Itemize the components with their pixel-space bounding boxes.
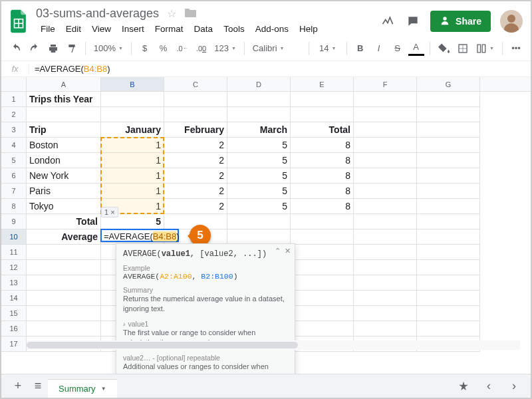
menu-view[interactable]: View [87,22,116,36]
paint-format-icon[interactable] [64,40,80,57]
explore-icon[interactable] [454,377,473,396]
help-signature: AVERAGE(value1, [value2, ...]) [123,249,288,259]
horizontal-scrollbar[interactable] [27,340,520,350]
menu-addons[interactable]: Add-ons [251,22,293,36]
activity-icon[interactable] [380,13,396,29]
col-header-C[interactable]: C [164,77,227,91]
col-header-A[interactable]: A [27,77,101,91]
doc-title-row: 03-sums-and-averages ☆ [36,7,380,21]
spreadsheet-grid[interactable]: A B C D E F G 1Trips this Year 2 3TripJa… [1,77,531,374]
text-color-button[interactable]: A [408,41,424,56]
borders-icon[interactable] [455,40,471,57]
column-headers: A B C D E F G [1,77,531,92]
undo-icon[interactable] [8,40,24,57]
menu-help[interactable]: Help [295,22,323,36]
decrease-decimal-button[interactable]: .0← [174,40,191,57]
more-tools-button[interactable]: ••• [508,40,524,57]
help-example: AVERAGE(A2:A100, B2:B100) [123,272,288,281]
scroll-right-icon[interactable]: › [504,377,524,396]
formula-help-popup: ⌃ ✕ AVERAGE(value1, [value2, ...]) Examp… [116,243,295,374]
percent-button[interactable]: % [156,40,172,57]
merge-icon[interactable] [473,40,497,57]
col-header-G[interactable]: G [417,77,480,91]
row-header-1[interactable]: 1 [1,92,27,107]
sheet-tab-summary[interactable]: Summary [48,379,117,398]
menu-edit[interactable]: Edit [61,22,86,36]
italic-button[interactable]: I [371,40,387,57]
help-summary: Returns the numerical average value in a… [123,294,288,315]
row-header-4[interactable]: 4 [1,138,27,153]
cell-A3[interactable]: Trip [27,122,101,138]
print-icon[interactable] [45,40,61,57]
bold-button[interactable]: B [352,40,368,57]
font-select[interactable]: Calibri [250,40,303,57]
all-sheets-button[interactable]: ≡ [28,377,48,396]
increase-decimal-button[interactable]: .00 [194,40,209,57]
title-right: Share [380,10,523,33]
active-cell-editor[interactable]: =AVERAGE(B4:B8) [100,229,179,242]
formula-result-chip[interactable]: 1 × [101,207,118,217]
help-value2: Additional values or ranges to consider … [123,362,288,374]
row-header-6[interactable]: 6 [1,168,27,184]
star-icon[interactable]: ☆ [167,7,176,20]
menu-insert[interactable]: Insert [117,22,149,36]
sheets-logo-icon[interactable] [8,7,29,35]
zoom-select[interactable]: 100% [91,40,126,57]
menu-file[interactable]: File [36,22,60,36]
share-label: Share [456,16,481,27]
comments-icon[interactable] [405,13,421,29]
add-sheet-button[interactable]: + [8,377,28,396]
row-header-5[interactable]: 5 [1,153,27,168]
row-header-7[interactable]: 7 [1,184,27,199]
move-folder-icon[interactable] [184,8,196,20]
col-header-B[interactable]: B [101,77,164,91]
titlebar: 03-sums-and-averages ☆ File Edit View In… [1,1,531,36]
row-header-9[interactable]: 9 [1,214,27,229]
currency-button[interactable]: $ [137,40,153,57]
scroll-left-icon[interactable]: ‹ [479,377,499,396]
toolbar: 100% $ % .0← .00 123 Calibri 14 B I S A … [1,36,531,61]
help-collapse-icon[interactable]: ⌃ [275,247,281,255]
col-header-F[interactable]: F [354,77,417,91]
select-all-corner[interactable] [1,77,27,91]
strike-button[interactable]: S [390,40,406,57]
formula-input[interactable]: =AVERAGE(B4:B8) [29,64,531,74]
col-header-D[interactable]: D [227,77,291,91]
row-header-2[interactable]: 2 [1,107,27,122]
formula-bar: fx =AVERAGE(B4:B8) [1,61,531,77]
title-area: 03-sums-and-averages ☆ File Edit View In… [36,7,380,36]
help-close-icon[interactable]: ✕ [285,247,291,255]
number-format-select[interactable]: 123 [212,40,239,57]
sheet-tabbar: + ≡ Summary ‹ › [1,374,531,398]
account-avatar[interactable] [500,10,523,33]
menubar: File Edit View Insert Format Data Tools … [36,22,380,36]
menu-tools[interactable]: Tools [219,22,249,36]
cell-A1[interactable]: Trips this Year [27,92,101,107]
row-header-8[interactable]: 8 [1,199,27,214]
fill-color-icon[interactable] [436,40,453,57]
menu-data[interactable]: Data [190,22,218,36]
font-size-select[interactable]: 14 [315,40,341,57]
share-button[interactable]: Share [430,11,491,32]
col-header-E[interactable]: E [291,77,354,91]
doc-title[interactable]: 03-sums-and-averages [36,7,159,21]
menu-format[interactable]: Format [150,22,188,36]
row-header-3[interactable]: 3 [1,122,27,138]
redo-icon[interactable] [27,40,43,57]
row-header-10[interactable]: 10 [1,229,27,245]
fx-label: fx [1,65,29,74]
